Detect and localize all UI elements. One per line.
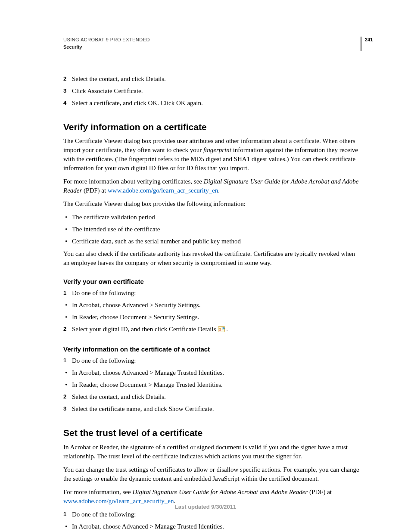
- page-number-value: 241: [365, 37, 373, 42]
- body-paragraph: In Acrobat or Reader, the signature of a…: [63, 443, 361, 461]
- body-paragraph: You can change the trust settings of cer…: [63, 465, 361, 483]
- bullet-icon: •: [63, 301, 72, 310]
- step-number: 3: [63, 404, 72, 414]
- step-text: Click Associate Certificate.: [72, 87, 361, 96]
- step-text: Do one of the following:: [72, 356, 361, 365]
- footer-updated: Last updated 9/30/2011: [0, 503, 411, 511]
- bullet-text: Certificate data, such as the serial num…: [72, 237, 361, 246]
- bullet-icon: •: [63, 213, 72, 222]
- step-text: Select a certificate, and click OK. Clic…: [72, 99, 361, 108]
- text-run: For more information about verifying cer…: [63, 178, 204, 185]
- bullet-row: • The certificate validation period: [63, 213, 361, 222]
- running-section: Security: [63, 44, 361, 50]
- step-row: 3 Click Associate Certificate.: [63, 87, 361, 96]
- bullet-icon: •: [63, 522, 72, 531]
- step-row: 2 Select the contact, and click Details.: [63, 392, 361, 401]
- step-row: 2 Select the contact, and click Details.: [63, 75, 361, 84]
- step-text: Do one of the following:: [72, 510, 361, 519]
- step-number: 2: [63, 392, 72, 401]
- step-number: 1: [63, 289, 72, 298]
- bullet-icon: •: [63, 237, 72, 246]
- text-run: .: [226, 326, 228, 333]
- bullet-text: In Acrobat, choose Advanced > Manage Tru…: [72, 522, 361, 531]
- certificate-details-icon: [218, 326, 226, 335]
- step-row: 1 Do one of the following:: [63, 356, 361, 365]
- subsection-heading: Verify your own certificate: [63, 277, 361, 286]
- svg-rect-0: [218, 327, 225, 332]
- step-number: 1: [63, 356, 72, 365]
- body-paragraph: The Certificate Viewer dialog box provid…: [63, 199, 361, 208]
- section-heading: Set the trust level of a certificate: [63, 426, 361, 439]
- bullet-text: In Reader, choose Document > Security Se…: [72, 313, 361, 322]
- text-run: (PDF) at: [308, 488, 332, 495]
- bullet-row: • In Acrobat, choose Advanced > Manage T…: [63, 368, 361, 377]
- subsection-heading: Verify information on the certificate of…: [63, 345, 361, 354]
- body-paragraph: You can also check if the certificate au…: [63, 249, 361, 268]
- bullet-text: In Reader, choose Document > Manage Trus…: [72, 380, 361, 389]
- step-number: 2: [63, 75, 72, 84]
- step-number: 1: [63, 510, 72, 519]
- step-text: Select the contact, and click Details.: [72, 75, 361, 84]
- page-number: 241: [361, 37, 373, 51]
- text-run: For more information, see: [63, 488, 132, 495]
- bullet-row: • In Reader, choose Document > Manage Tr…: [63, 380, 361, 389]
- bullet-text: The intended use of the certificate: [72, 225, 361, 234]
- bullet-icon: •: [63, 368, 72, 377]
- bullet-text: The certificate validation period: [72, 213, 361, 222]
- bullet-icon: •: [63, 380, 72, 389]
- step-row: 3 Select the certificate name, and click…: [63, 404, 361, 414]
- step-row: 4 Select a certificate, and click OK. Cl…: [63, 99, 361, 108]
- step-row: 1 Do one of the following:: [63, 510, 361, 519]
- page-content: USING ACROBAT 9 PRO EXTENDED Security 2 …: [63, 37, 361, 532]
- body-paragraph: The Certificate Viewer dialog box provid…: [63, 137, 361, 173]
- step-text: Select the contact, and click Details.: [72, 392, 361, 401]
- bullet-row: • In Acrobat, choose Advanced > Manage T…: [63, 522, 361, 531]
- bullet-text: In Acrobat, choose Advanced > Manage Tru…: [72, 368, 361, 377]
- step-row: 2 Select your digital ID, and then click…: [63, 325, 361, 335]
- text-run: Select your digital ID, and then click C…: [72, 326, 216, 333]
- italic-title: Digital Signature User Guide for Adobe A…: [132, 488, 308, 495]
- step-number: 3: [63, 87, 72, 96]
- svg-point-1: [219, 328, 221, 330]
- step-text: Select the certificate name, and click S…: [72, 404, 361, 414]
- section-heading: Verify information on a certificate: [63, 121, 361, 133]
- step-text: Select your digital ID, and then click C…: [72, 325, 361, 335]
- text-run: (PDF) at: [82, 187, 108, 194]
- text-run: .: [218, 187, 220, 194]
- bullet-icon: •: [63, 313, 72, 322]
- running-head: USING ACROBAT 9 PRO EXTENDED: [63, 37, 361, 43]
- body-paragraph: For more information about verifying cer…: [63, 177, 361, 195]
- step-text: Do one of the following:: [72, 289, 361, 298]
- bullet-row: • In Acrobat, choose Advanced > Security…: [63, 301, 361, 310]
- bullet-row: • In Reader, choose Document > Security …: [63, 313, 361, 322]
- adobe-security-link[interactable]: www.adobe.com/go/learn_acr_security_en: [108, 187, 218, 194]
- bullet-icon: •: [63, 225, 72, 234]
- bullet-row: • Certificate data, such as the serial n…: [63, 237, 361, 246]
- bullet-text: In Acrobat, choose Advanced > Security S…: [72, 301, 361, 310]
- step-row: 1 Do one of the following:: [63, 289, 361, 298]
- bullet-row: • The intended use of the certificate: [63, 225, 361, 234]
- step-number: 4: [63, 99, 72, 108]
- italic-term: fingerprint: [203, 146, 231, 153]
- step-number: 2: [63, 325, 72, 334]
